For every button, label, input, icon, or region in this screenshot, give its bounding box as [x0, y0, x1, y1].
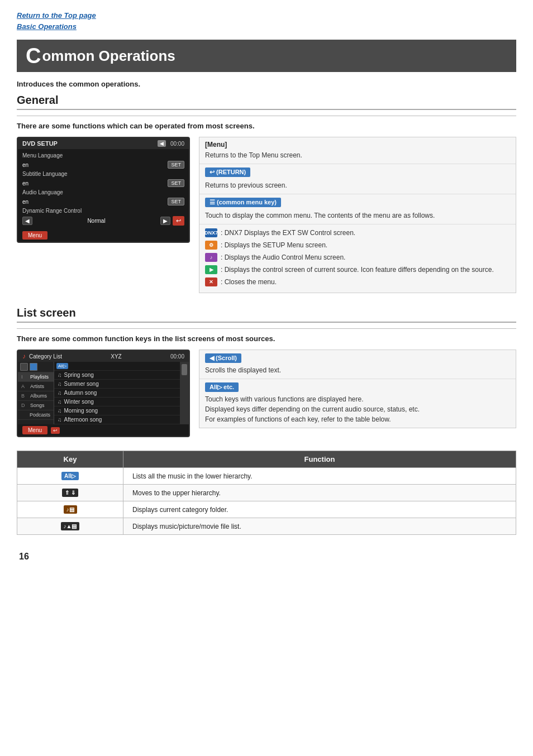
- menu-btn[interactable]: Menu: [22, 231, 47, 240]
- dvd-screen-header: DVD SETUP ◀ 00:00: [18, 138, 189, 149]
- subtitle-lang-set[interactable]: SET: [168, 179, 184, 187]
- cat-sidebar: I Playlists A Artists B Albums D: [18, 362, 54, 424]
- table-cell-key: ♪▤: [17, 501, 123, 518]
- arrow-right[interactable]: ▶: [160, 217, 170, 225]
- general-desc: There are some functions which can be op…: [17, 122, 516, 130]
- cat-label-albums: Albums: [30, 393, 47, 399]
- cat-xyz: XYZ: [111, 353, 121, 360]
- function-table: Key Function All▷Lists all the music in …: [17, 451, 516, 535]
- cat-song-winter[interactable]: ♫ Winter song: [54, 398, 180, 406]
- list-two-col: ♪ Category List XYZ 00:00: [17, 350, 516, 437]
- song-icon-spring: ♫: [58, 372, 62, 378]
- table-row: ♪▲▤Displays music/picture/movie file lis…: [17, 518, 516, 535]
- subtitle-lang-value-row: en SET: [18, 178, 189, 188]
- dvd-time: 00:00: [170, 141, 184, 147]
- bullet-setup-text: : Displays the SETUP Menu screen.: [221, 240, 327, 250]
- cat-sidebar-podcasts[interactable]: Podcasts: [18, 410, 54, 420]
- return-info: ↩ (RETURN) Returns to previous screen.: [199, 164, 516, 194]
- dvd-screen-body: Menu Language en SET Subtitle Language e…: [18, 149, 189, 229]
- breadcrumb-link-basic[interactable]: Basic Operations: [17, 21, 516, 32]
- dvd-title: DVD SETUP: [22, 140, 58, 147]
- key-badge-3: ♪▲▤: [61, 522, 80, 530]
- list-info-col: ◀ (Scroll) Scrolls the displayed text. A…: [199, 350, 516, 437]
- bullet-source-text: : Displays the control screen of current…: [221, 265, 494, 275]
- list-screen-section: List screen There are some common functi…: [17, 307, 516, 535]
- arrow-left[interactable]: ◀: [22, 217, 32, 225]
- title-big-c: C: [26, 45, 41, 66]
- cat-icons-row: [18, 362, 54, 372]
- audio-lang-set[interactable]: SET: [168, 198, 184, 205]
- common-menu-key: ☰ (common menu key): [205, 198, 281, 207]
- general-info-box: [Menu] Returns to the Top Menu screen. ↩…: [199, 137, 516, 293]
- cat-song-spring[interactable]: ♫ Spring song: [54, 371, 180, 380]
- cat-song-summer[interactable]: ♫ Summer song: [54, 380, 180, 389]
- common-menu-info: ☰ (common menu key) Touch to display the…: [199, 194, 516, 224]
- bullet-dnx7: DNX7 : DNX7 Displays the EXT SW Control …: [205, 228, 510, 238]
- cat-time: 00:00: [170, 353, 184, 360]
- cat-screen-mockup: ♪ Category List XYZ 00:00: [17, 350, 190, 437]
- dynamic-range-row: Dynamic Range Control: [18, 207, 189, 215]
- general-heading: General: [17, 94, 516, 110]
- cat-sidebar-artists[interactable]: A Artists: [18, 382, 54, 391]
- cat-scroll-thumb: [182, 364, 187, 375]
- all-btn-row: All▷: [54, 362, 180, 371]
- key-badge-0: All▷: [61, 472, 79, 480]
- song-icon-winter: ♫: [58, 399, 62, 405]
- scroll-key: ◀ (Scroll): [205, 353, 241, 363]
- breadcrumb-link-top[interactable]: Return to the Top page: [17, 10, 516, 21]
- cat-screen-col: ♪ Category List XYZ 00:00: [17, 350, 190, 437]
- song-name-spring: Spring song: [64, 372, 94, 378]
- audio-lang-row: Audio Language: [18, 188, 189, 197]
- cat-label-songs: Songs: [30, 403, 45, 408]
- song-icon-afternoon: ♫: [58, 417, 62, 423]
- cat-sidebar-albums[interactable]: B Albums: [18, 391, 54, 401]
- audio-lang-label: Audio Language: [22, 189, 63, 195]
- cat-label-podcasts: Podcasts: [30, 412, 50, 418]
- cat-sidebar-playlists[interactable]: I Playlists: [18, 372, 54, 382]
- all-btn[interactable]: All▷: [56, 363, 68, 369]
- cat-song-autumn[interactable]: ♫ Autumn song: [54, 389, 180, 398]
- normal-label: Normal: [35, 218, 158, 224]
- cat-song-afternoon[interactable]: ♫ Afternoon song: [54, 415, 180, 424]
- audio-lang-value-row: en SET: [18, 197, 189, 207]
- menu-btn-row: Menu: [18, 229, 189, 242]
- menu-lang-row: Menu Language: [18, 151, 189, 160]
- table-cell-function: Displays music/picture/movie file list.: [123, 518, 516, 535]
- cat-menu-btn[interactable]: Menu: [22, 426, 47, 434]
- table-cell-function: Lists all the music in the lower hierarc…: [123, 468, 516, 485]
- menu-lang-value-row: en SET: [18, 160, 189, 170]
- list-screen-heading: List screen: [17, 307, 516, 323]
- song-name-winter: Winter song: [64, 399, 94, 405]
- table-row: ♪▤Displays current category folder.: [17, 501, 516, 518]
- list-info-box: ◀ (Scroll) Scrolls the displayed text. A…: [199, 350, 516, 428]
- bullet-close-text: : Closes the menu.: [221, 277, 277, 287]
- bullet-icon-dnx7: DNX7: [205, 228, 217, 237]
- cat-screen-header: ♪ Category List XYZ 00:00: [18, 351, 189, 362]
- menu-lang-set[interactable]: SET: [168, 161, 184, 169]
- dvd-header-icon: ◀: [158, 140, 166, 147]
- cat-back-btn[interactable]: ↩: [51, 427, 60, 434]
- table-cell-function: Displays current category folder.: [123, 501, 516, 518]
- cat-letter-b: B: [21, 393, 28, 399]
- key-cell-2: ♪▤: [26, 505, 114, 514]
- cat-scrollbar[interactable]: [180, 362, 189, 424]
- dvd-screen-mockup: DVD SETUP ◀ 00:00 Menu Language en SET: [17, 137, 190, 243]
- bullets-section: DNX7 : DNX7 Displays the EXT SW Control …: [199, 224, 516, 293]
- song-name-morning: Morning song: [64, 408, 98, 414]
- bullet-close: ✕ : Closes the menu.: [205, 277, 510, 287]
- song-name-afternoon: Afternoon song: [64, 417, 102, 423]
- cat-sidebar-songs[interactable]: D Songs: [18, 401, 54, 410]
- song-icon-summer: ♫: [58, 381, 62, 387]
- menu-desc: Returns to the Top Menu screen.: [205, 150, 510, 160]
- table-cell-key: ⇑ ⇓: [17, 485, 123, 501]
- return-key: ↩ (RETURN): [205, 168, 250, 177]
- key-cell-1: ⇑ ⇓: [26, 489, 114, 497]
- key-badge-1: ⇑ ⇓: [62, 489, 78, 497]
- back-btn[interactable]: ↩: [173, 216, 184, 226]
- return-desc: Returns to previous screen.: [205, 180, 510, 190]
- song-icon-morning: ♫: [58, 408, 62, 414]
- table-cell-function: Moves to the upper hierarchy.: [123, 485, 516, 501]
- cat-song-morning[interactable]: ♫ Morning song: [54, 406, 180, 415]
- cat-icon: ♪: [22, 352, 26, 360]
- cat-icon-blue: [30, 363, 37, 371]
